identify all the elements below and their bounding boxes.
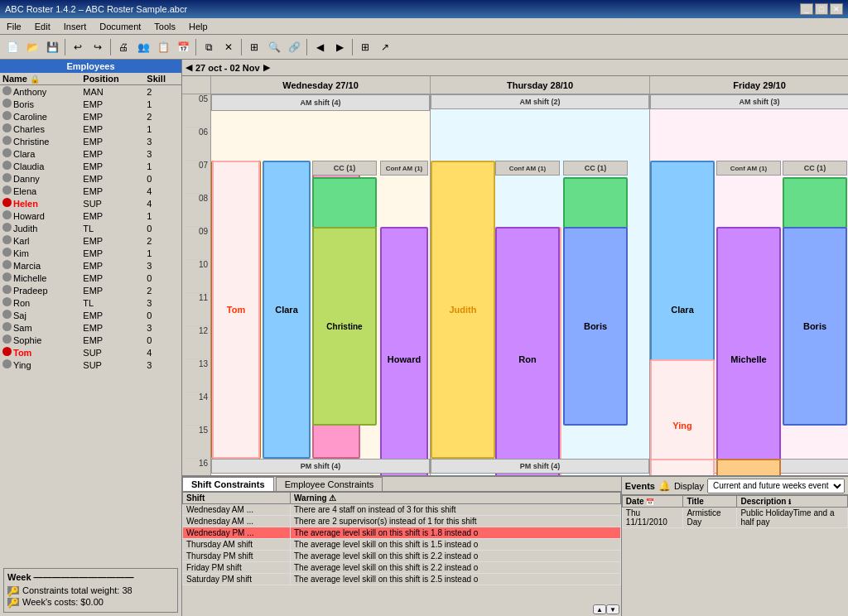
constraints-table: Shift Warning ⚠ Wednesday AM ...There ar…	[182, 492, 621, 585]
redo-button[interactable]: ↪	[89, 38, 107, 56]
employee-row[interactable]: ClaudiaEMP1	[0, 160, 181, 172]
shift-block[interactable]: Howard	[380, 227, 428, 475]
toolbar: 📄 📂 💾 ↩ ↪ 🖨 👥 📋 📅 ⧉ ✕ ⊞ 🔍 🔗 ◀ ▶ ⊞ ↗	[0, 35, 848, 60]
employee-row[interactable]: DannyEMP0	[0, 172, 181, 185]
shift-block[interactable]: Christine	[312, 227, 377, 426]
employee-row[interactable]: YingSUP3	[0, 359, 181, 371]
employee-row[interactable]: AnthonyMAN2	[0, 85, 181, 99]
nav-arrow-right[interactable]: ▶	[263, 62, 270, 73]
export-button[interactable]: ↗	[376, 38, 394, 56]
employee-row[interactable]: PradeepEMP2	[0, 284, 181, 296]
shift-block[interactable]: Karl	[716, 459, 781, 475]
menu-document[interactable]: Document	[93, 20, 147, 32]
col-warning: Warning ⚠	[291, 493, 621, 504]
constraint-row: Wednesday AM ...There are 4 staff on ins…	[183, 504, 621, 516]
shift-block[interactable]: Ron	[495, 227, 560, 475]
emp-skill: 0	[144, 272, 181, 284]
employee-row[interactable]: ClaraEMP3	[0, 147, 181, 160]
emp-position: SUP	[80, 346, 144, 359]
grid-button[interactable]: ⊞	[356, 38, 374, 56]
emp-name: Pradeep	[0, 284, 80, 296]
shift-block[interactable]: Boris	[563, 227, 628, 426]
constraint-shift: Wednesday AM ...	[183, 516, 291, 527]
employee-row[interactable]: SajEMP0	[0, 309, 181, 321]
emp-position: EMP	[80, 110, 144, 123]
maximize-button[interactable]: □	[815, 3, 828, 15]
shifts-button[interactable]: 📋	[154, 38, 172, 56]
roster-container[interactable]: 0506070809101112131415161718192021 Wedne…	[182, 76, 848, 475]
shift-block[interactable]: Tom	[212, 161, 260, 459]
open-button[interactable]: 📂	[23, 38, 41, 56]
menu-file[interactable]: File	[0, 20, 28, 32]
col-skill: Skill	[144, 73, 181, 85]
emp-avatar	[2, 334, 12, 344]
events-label: Events	[625, 481, 655, 491]
employee-row[interactable]: RonTL3	[0, 296, 181, 309]
back-button[interactable]: ◀	[311, 38, 329, 56]
close-button[interactable]: ✕	[830, 3, 843, 15]
event-description: Public HolidayTime and a half pay	[737, 508, 848, 528]
employee-row[interactable]: CarolineEMP2	[0, 110, 181, 123]
constraint-warning: There are 4 staff on instead of 3 for th…	[291, 504, 621, 516]
print-button[interactable]: 🖨	[114, 38, 132, 56]
menu-edit[interactable]: Edit	[28, 20, 57, 32]
window-controls[interactable]: _ □ ✕	[800, 3, 843, 15]
menu-help[interactable]: Help	[182, 20, 214, 32]
bell-icon: 🔔	[658, 480, 671, 492]
constraint-warning: The average level skill on this shift is…	[291, 551, 621, 562]
employee-row[interactable]: CharlesEMP1	[0, 123, 181, 135]
save-button[interactable]: 💾	[43, 38, 61, 56]
menu-bar: File Edit Insert Document Tools Help	[0, 18, 848, 35]
constraints-content: Shift Warning ⚠ Wednesday AM ...There ar…	[182, 492, 621, 603]
shift-block[interactable]: Judith	[431, 161, 495, 459]
employee-row[interactable]: ElenaEMP4	[0, 185, 181, 197]
employee-row[interactable]: MarciaEMP3	[0, 259, 181, 272]
emp-position: EMP	[80, 321, 144, 334]
time-column: 0506070809101112131415161718192021	[182, 76, 211, 475]
employees-button[interactable]: 👥	[134, 38, 152, 56]
zoom-button[interactable]: 🔍	[265, 38, 283, 56]
employee-row[interactable]: JudithTL0	[0, 222, 181, 234]
employee-row[interactable]: BorisEMP1	[0, 98, 181, 110]
menu-tools[interactable]: Tools	[147, 20, 182, 32]
date-nav: ◀ 27 oct - 02 Nov ▶	[182, 60, 848, 76]
employee-row[interactable]: SophieEMP0	[0, 334, 181, 346]
shift-block[interactable]: Ying	[650, 359, 715, 475]
minimize-button[interactable]: _	[800, 3, 813, 15]
shift-block[interactable]: Clara	[263, 161, 311, 459]
emp-avatar	[2, 210, 12, 219]
undo-button[interactable]: ↩	[69, 38, 87, 56]
menu-insert[interactable]: Insert	[57, 20, 94, 32]
emp-skill: 1	[144, 98, 181, 110]
employee-row[interactable]: MichelleEMP0	[0, 272, 181, 284]
costs-row: 🔑 Week's costs: $0.00	[7, 597, 174, 607]
link-button[interactable]: 🔗	[285, 38, 303, 56]
view-button[interactable]: ⊞	[245, 38, 263, 56]
forward-button[interactable]: ▶	[330, 38, 349, 56]
new-button[interactable]: 📄	[3, 38, 22, 56]
delete-button[interactable]: ✕	[219, 38, 238, 56]
employee-row[interactable]: ChristineEMP3	[0, 135, 181, 147]
employee-row[interactable]: TomSUP4	[0, 346, 181, 359]
shift-block[interactable]: Boris	[783, 227, 847, 426]
display-dropdown[interactable]: Current and future weeks eventAll events…	[707, 479, 845, 493]
employee-row[interactable]: KimEMP1	[0, 247, 181, 259]
shift-block[interactable]: Helen	[650, 459, 715, 475]
tab-shift-constraints[interactable]: Shift Constraints	[182, 477, 274, 491]
shift-label-block: AM shift (2)	[431, 94, 649, 109]
emp-position: TL	[80, 296, 144, 309]
emp-name: Howard	[0, 209, 80, 222]
scroll-up-btn[interactable]: ▲	[593, 604, 606, 614]
employee-row[interactable]: KarlEMP2	[0, 234, 181, 247]
copy-button[interactable]: ⧉	[200, 38, 218, 56]
employee-row[interactable]: HelenSUP4	[0, 197, 181, 209]
scroll-down-btn[interactable]: ▼	[606, 604, 619, 614]
nav-arrow-left[interactable]: ◀	[186, 62, 192, 73]
employee-row[interactable]: HowardEMP1	[0, 209, 181, 222]
roster-button[interactable]: 📅	[174, 38, 192, 56]
tab-employee-constraints[interactable]: Employee Constraints	[276, 477, 383, 491]
shift-block[interactable]: Michelle	[716, 227, 781, 475]
employee-row[interactable]: SamEMP3	[0, 321, 181, 334]
time-slot: 06	[182, 128, 210, 161]
emp-avatar	[2, 123, 12, 132]
